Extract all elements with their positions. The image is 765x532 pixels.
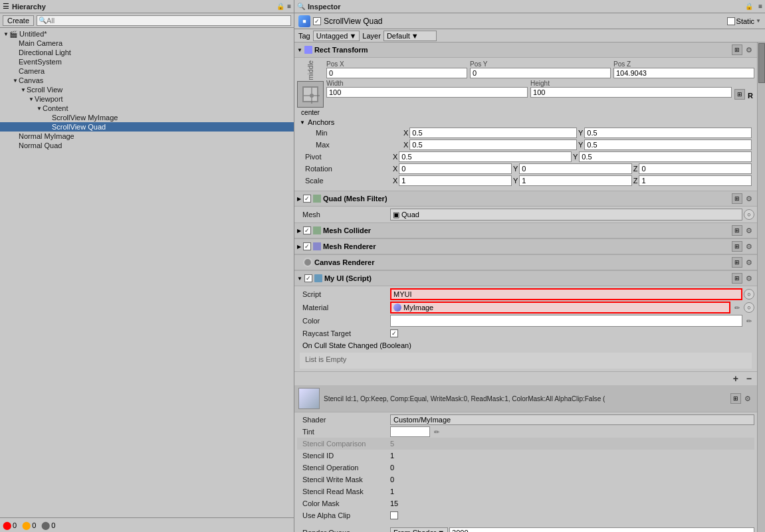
static-checkbox[interactable] (727, 17, 735, 25)
anchor-min-x-field[interactable] (409, 128, 577, 138)
inspector-scrollbar[interactable] (757, 43, 765, 532)
render-queue-label: Render Queue (297, 529, 390, 532)
tree-item-scroll-view[interactable]: ▼ Scroll View (0, 85, 294, 94)
expand-triangle: ▼ (20, 87, 27, 93)
rot-x-field[interactable] (399, 163, 512, 174)
tree-item-camera[interactable]: ▶ Camera (0, 66, 294, 76)
width-field[interactable] (326, 87, 528, 98)
mesh-collider-header[interactable]: ▶ Mesh Collider ⊞ ⚙ (294, 223, 757, 238)
anchor-min-y-field[interactable] (584, 128, 752, 138)
script-circle-btn[interactable]: ○ (744, 289, 754, 300)
tree-item-untitled[interactable]: ▼ 🎬 Untitled* (0, 29, 294, 39)
mesh-collider-gear-btn[interactable]: ⚙ (744, 225, 754, 236)
canvas-renderer-copy-btn[interactable]: ⊞ (732, 257, 742, 268)
material-circle-btn[interactable]: ○ (744, 302, 754, 313)
material-copy-btn[interactable]: ⊞ (730, 393, 741, 404)
material-gear-btn[interactable]: ⚙ (742, 393, 753, 404)
mesh-circle-btn[interactable]: ○ (744, 209, 754, 220)
tree-item-normal-quad[interactable]: ▶ Normal Quad (0, 141, 294, 150)
mesh-renderer-checkbox[interactable] (303, 242, 311, 250)
tint-edit-btn[interactable]: ✏ (431, 426, 442, 437)
static-dropdown-arrow[interactable]: ▼ (756, 18, 761, 24)
material-object-field[interactable]: MyImage (390, 302, 730, 313)
pos-z-field[interactable] (613, 68, 754, 78)
mesh-collider-copy-btn[interactable]: ⊞ (732, 225, 742, 236)
tree-item-eventsystem[interactable]: ▶ EventSystem (0, 57, 294, 66)
material-edit-btn[interactable]: ✏ (732, 302, 742, 313)
mesh-renderer-copy-btn[interactable]: ⊞ (732, 241, 742, 252)
tree-item-canvas[interactable]: ▼ Canvas (0, 76, 294, 85)
rect-transform-gear-btn[interactable]: ⚙ (744, 44, 754, 55)
canvas-renderer-gear-btn[interactable]: ⚙ (744, 257, 754, 268)
tag-dropdown[interactable]: Untagged ▼ (313, 31, 360, 41)
pivot-y-field[interactable] (579, 151, 752, 162)
my-ui-script-header[interactable]: ▼ My UI (Script) ⊞ ⚙ (294, 271, 757, 286)
inspector-menu-icon[interactable]: ≡ (758, 3, 762, 10)
tree-item-normal-myimage[interactable]: ▶ Normal MyImage (0, 132, 294, 141)
my-ui-script-triangle: ▼ (297, 276, 302, 282)
tree-item-content[interactable]: ▼ Content (0, 104, 294, 113)
use-alpha-clip-checkbox[interactable] (390, 511, 398, 519)
hierarchy-toolbar: Create 🔍 (0, 13, 294, 28)
render-queue-value-field[interactable] (449, 527, 754, 532)
rot-y-field[interactable] (519, 163, 632, 174)
hierarchy-menu-icon[interactable]: ≡ (287, 3, 291, 10)
my-ui-script-checkbox[interactable] (304, 274, 312, 282)
mesh-filter-copy-btn[interactable]: ⊞ (732, 193, 742, 204)
pivot-x-field[interactable] (399, 151, 572, 162)
scale-x-field[interactable] (399, 175, 512, 186)
tint-color-field[interactable] (390, 426, 430, 437)
scale-y-field[interactable] (519, 175, 632, 186)
tree-item-viewport[interactable]: ▼ Viewport (0, 94, 294, 104)
script-object-field[interactable]: MYUI (390, 288, 742, 300)
mesh-renderer-header[interactable]: ▶ Mesh Renderer ⊞ ⚙ (294, 239, 757, 254)
pos-y-field[interactable] (470, 68, 611, 78)
canvas-renderer-buttons: ⊞ ⚙ (732, 257, 754, 268)
color-edit-btn[interactable]: ✏ (744, 315, 754, 326)
stencil-comparison-label: Stencil Comparison (297, 440, 390, 448)
mesh-collider-checkbox[interactable] (303, 226, 311, 234)
mesh-filter-gear-btn[interactable]: ⚙ (744, 193, 754, 204)
anchor-max-y-field[interactable] (584, 139, 752, 150)
create-button[interactable]: Create (3, 15, 34, 26)
mesh-object-field[interactable]: ▣ Quad (390, 209, 742, 221)
tree-item-scrollview-quad[interactable]: ▶ ScrollView Quad (0, 122, 294, 132)
constrain-proportions-btn[interactable]: ⊞ (734, 89, 745, 100)
pos-x-field[interactable] (326, 68, 467, 78)
rect-transform-copy-btn[interactable]: ⊞ (732, 44, 742, 55)
my-ui-script-gear-btn[interactable]: ⚙ (744, 273, 754, 284)
layer-dropdown[interactable]: Default ▼ (383, 31, 437, 41)
canvas-renderer-header[interactable]: ▶ Canvas Renderer ⊞ ⚙ (294, 255, 757, 270)
raycast-checkbox[interactable] (390, 329, 398, 337)
rt-pos-y-item: Pos Y (470, 60, 611, 78)
height-field[interactable] (530, 87, 732, 98)
rot-z-label: Z (633, 165, 638, 173)
search-input[interactable] (47, 17, 289, 25)
render-queue-source-dropdown[interactable]: From Shader ▼ (390, 527, 448, 532)
anchor-max-x-field[interactable] (409, 139, 577, 150)
mesh-filter-checkbox[interactable] (303, 195, 311, 203)
tree-item-scrollview-myimage[interactable]: ▶ ScrollView MyImage (0, 113, 294, 122)
scale-z-field[interactable] (639, 175, 752, 186)
anchors-header[interactable]: ▼ Anchors (300, 118, 752, 127)
r-btn[interactable]: R (746, 92, 754, 100)
color-field[interactable] (390, 315, 742, 327)
remove-component-btn[interactable]: − (744, 373, 754, 384)
rect-transform-buttons: ⊞ ⚙ (732, 44, 754, 55)
stencil-operation-row: Stencil Operation 0 (297, 462, 754, 474)
rot-z-field[interactable] (639, 163, 752, 174)
tree-item-directional-light[interactable]: ▶ Directional Light (0, 48, 294, 57)
mesh-renderer-gear-btn[interactable]: ⚙ (744, 241, 754, 252)
rect-transform-header[interactable]: ▼ Rect Transform ⊞ ⚙ (294, 43, 757, 58)
stencil-text: Stencil Id:1, Op:Keep, Comp:Equal, Write… (324, 395, 728, 402)
scrollbar-thumb[interactable] (758, 43, 765, 83)
tree-item-main-camera[interactable]: ▶ Main Camera (0, 39, 294, 48)
shader-dropdown[interactable]: Custom/MyImage (390, 414, 754, 425)
mesh-filter-header[interactable]: ▶ Quad (Mesh Filter) ⊞ ⚙ (294, 191, 757, 207)
gameobject-active-checkbox[interactable] (313, 17, 321, 25)
add-component-btn[interactable]: + (730, 373, 741, 384)
mesh-renderer-buttons: ⊞ ⚙ (732, 241, 754, 252)
my-ui-script-copy-btn[interactable]: ⊞ (732, 273, 742, 284)
rt-anchor-widget[interactable] (297, 81, 324, 108)
mesh-filter-triangle: ▶ (297, 196, 301, 202)
